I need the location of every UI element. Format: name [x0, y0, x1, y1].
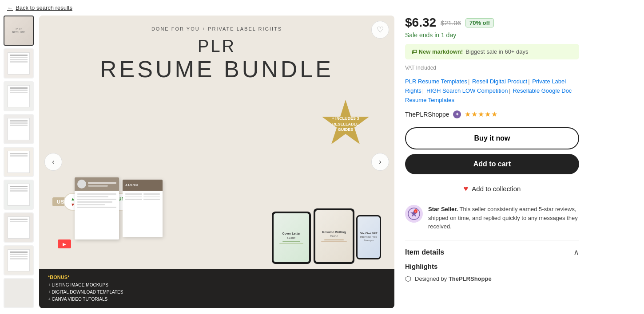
- star-seller-icon: !: [405, 205, 423, 223]
- heart-icon: ♥: [464, 184, 469, 193]
- seller-stars: ★★★★★: [465, 110, 498, 118]
- price-section: $6.32 $21.06 70% off: [405, 16, 579, 30]
- thumbnail-1[interactable]: PLRRESUME: [4, 16, 34, 46]
- add-to-cart-button[interactable]: Add to cart: [405, 154, 579, 174]
- main-product-image: ♡ ‹ › DONE FOR YOU + PRIVATE LABEL RIGHT…: [39, 16, 394, 308]
- markdown-banner: 🏷 New markdown! Biggest sale in 60+ days: [405, 44, 579, 59]
- current-price: $6.32: [405, 16, 436, 30]
- seller-verified-icon: ✦: [453, 110, 461, 118]
- bonus-section: *BONUS* + LISTING IMAGE MOCKUPS+ DIGITAL…: [39, 269, 394, 308]
- item-details-header[interactable]: Item details ∧: [405, 247, 579, 257]
- thumbnail-8[interactable]: [4, 245, 34, 275]
- arrow-left-icon: ←: [7, 4, 13, 11]
- star-badge: + INCLUDES 3RESELLABLEGUIDES: [321, 100, 370, 149]
- right-panel: $6.32 $21.06 70% off Sale ends in 1 day …: [394, 16, 590, 308]
- thumbnail-9[interactable]: [4, 278, 34, 308]
- product-title-large: PLR RESUME BUNDLE: [39, 37, 394, 82]
- seller-row: ThePLRShoppe ✦ ★★★★★: [405, 110, 579, 118]
- chevron-up-icon: ∧: [573, 247, 579, 257]
- add-to-collection-label: Add to collection: [472, 185, 521, 192]
- favorite-button[interactable]: ♡: [371, 21, 389, 39]
- highlight-designed-by: ⬡ Designed by ThePLRShoppe: [405, 275, 579, 283]
- back-to-search-link[interactable]: ← Back to search results: [0, 0, 644, 16]
- star-seller-label: Star Seller.: [428, 206, 458, 212]
- thumbnail-sidebar: PLRRESUME: [0, 16, 39, 308]
- next-image-button[interactable]: ›: [371, 153, 389, 171]
- add-to-collection-button[interactable]: ♥ Add to collection: [405, 181, 579, 197]
- buy-now-button[interactable]: Buy it now: [405, 127, 579, 149]
- product-image-mock: DONE FOR YOU + PRIVATE LABEL RIGHTS PLR …: [39, 16, 394, 308]
- star-seller-text: Star Seller. This seller consistently ea…: [428, 205, 579, 231]
- star-badge-text: + INCLUDES 3RESELLABLEGUIDES: [332, 116, 359, 132]
- highlights-section: Highlights ⬡ Designed by ThePLRShoppe: [405, 257, 579, 283]
- original-price: $21.06: [441, 19, 461, 27]
- tag-resell-digital[interactable]: Resell Digital Product: [472, 78, 527, 85]
- thumbnail-7[interactable]: [4, 212, 34, 243]
- thumbnail-4[interactable]: [4, 114, 34, 144]
- item-details-section: Item details ∧: [405, 240, 579, 257]
- tag-high-search[interactable]: HIGH Search LOW Competition: [426, 87, 508, 94]
- thumbnail-2[interactable]: [4, 48, 34, 78]
- designed-by-icon: ⬡: [405, 275, 411, 283]
- designed-by-text: Designed by ThePLRShoppe: [415, 275, 492, 282]
- item-details-title: Item details: [405, 248, 444, 256]
- vat-text: VAT Included: [405, 65, 579, 71]
- resume-documents: JASON: [75, 177, 163, 239]
- discount-badge: 70% off: [465, 18, 494, 27]
- svg-text:!: !: [415, 210, 416, 213]
- thumbnail-6[interactable]: [4, 180, 34, 210]
- sale-ends-text: Sale ends in 1 day: [405, 31, 579, 39]
- device-group: Cover Letter Guide Resume Writing Guide: [272, 208, 381, 264]
- thumbnail-3[interactable]: [4, 81, 34, 111]
- product-tags: PLR Resume Templates| Resell Digital Pro…: [405, 77, 579, 105]
- star-seller-box: ! Star Seller. This seller consistently …: [405, 205, 579, 231]
- back-to-search-label: Back to search results: [16, 4, 72, 11]
- play-button[interactable]: ▶: [58, 239, 71, 248]
- seller-name[interactable]: ThePLRShoppe: [405, 111, 449, 118]
- highlights-title: Highlights: [405, 263, 579, 270]
- product-label-top: DONE FOR YOU + PRIVATE LABEL RIGHTS: [39, 26, 394, 31]
- prev-image-button[interactable]: ‹: [44, 153, 62, 171]
- thumbnail-5[interactable]: [4, 147, 34, 177]
- markdown-desc: Biggest sale in 60+ days: [465, 48, 528, 55]
- tag-plr-resume[interactable]: PLR Resume Templates: [405, 78, 467, 85]
- new-markdown-label: 🏷 New markdown!: [411, 48, 463, 55]
